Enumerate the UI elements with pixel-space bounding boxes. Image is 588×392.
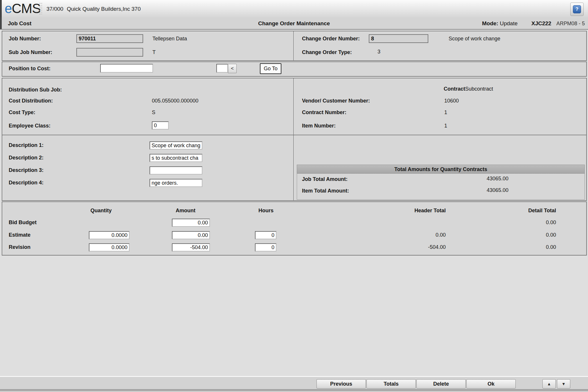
ecms-logo: eCMS	[5, 1, 41, 16]
descriptions-totals-panel: Description 1: Description 2: Descriptio…	[2, 135, 587, 201]
footer-button-bar: Previous Totals Delete Ok ▲ ▼	[0, 377, 588, 389]
revision-header-total: -504.00	[388, 244, 446, 250]
vendor-customer-value: 10600	[444, 98, 459, 104]
cost-distribution-value: 005.055000.000000	[152, 98, 198, 104]
sub-job-description: T	[152, 49, 156, 55]
mode-value: Update	[500, 20, 517, 26]
sub-job-number-label: Sub Job Number:	[9, 49, 52, 55]
logo-divider-dots	[39, 3, 40, 15]
vendor-customer-label: Vendor/ Customer Number:	[302, 98, 370, 104]
mid-divider-lower	[293, 135, 294, 200]
job-total-amount-label: Job Total Amount:	[302, 176, 348, 182]
window-bottom-strip	[0, 391, 588, 392]
distribution-sub-job-label: Distribution Sub Job:	[9, 87, 62, 93]
column-header-amount: Amount	[167, 208, 204, 214]
description4-label: Description 4:	[9, 180, 44, 186]
revision-detail-total: 0.00	[498, 244, 556, 250]
job-header-panel: Job Number: Tellepsen Data Sub Job Numbe…	[2, 31, 587, 61]
delete-button[interactable]: Delete	[416, 379, 466, 389]
mode-label: Mode:	[482, 20, 498, 26]
description4-input[interactable]	[150, 179, 202, 187]
change-order-type-value: 3	[377, 49, 380, 55]
position-to-cost-label: Position to Cost:	[9, 66, 51, 72]
employee-class-label: Employee Class:	[9, 123, 51, 129]
cost-distribution-label: Cost Distribution:	[9, 98, 53, 104]
employee-class-input[interactable]	[152, 121, 169, 130]
mid-divider-upper	[293, 78, 294, 135]
goto-button[interactable]: Go To	[260, 63, 281, 74]
column-header-header-total: Header Total	[388, 208, 446, 214]
environment-code: 37/000	[46, 6, 63, 12]
cost-type-label: Cost Type:	[9, 109, 35, 116]
contract-number-label: Contract Number:	[302, 109, 346, 116]
row-label-bid-budget: Bid Budget	[9, 220, 37, 226]
contract-header-rest: Subcontract	[465, 86, 493, 92]
change-order-description: Scope of work change	[449, 36, 500, 42]
revision-quantity-input[interactable]	[89, 243, 130, 251]
distribution-contract-panel: Distribution Sub Job: Cost Distribution:…	[2, 78, 587, 135]
column-header-hours: Hours	[251, 208, 280, 214]
ecms-logo-cms: CMS	[12, 1, 41, 16]
estimate-header-total: 0.00	[388, 232, 446, 238]
revision-amount-input[interactable]	[172, 243, 210, 251]
item-total-amount-label: Item Total Amount:	[302, 188, 349, 194]
scroll-up-button[interactable]: ▲	[542, 379, 556, 389]
job-total-amount-value: 43065.00	[450, 176, 508, 182]
screen-code: ARPM08 - 5	[555, 21, 585, 27]
cost-type-value: S	[152, 109, 155, 116]
down-arrow-icon: ▼	[562, 382, 566, 386]
lookup-button[interactable]: <	[228, 64, 237, 73]
window-left-edge	[0, 0, 2, 17]
change-order-number-label: Change Order Number:	[302, 36, 360, 42]
description3-input[interactable]	[150, 166, 202, 175]
contract-subcontract-header: ContractSubcontract	[444, 86, 493, 92]
amounts-table-panel: Quantity Amount Hours Header Total Detai…	[2, 202, 587, 256]
mode-indicator: Mode: Update	[482, 20, 518, 27]
column-header-detail-total: Detail Total	[498, 208, 556, 214]
contract-header-bold: Contract	[444, 86, 465, 92]
ecms-logo-e: e	[5, 1, 12, 16]
previous-button[interactable]: Previous	[317, 379, 366, 389]
estimate-quantity-input[interactable]	[89, 231, 130, 239]
revision-hours-input[interactable]	[255, 243, 276, 251]
up-arrow-icon: ▲	[547, 382, 551, 386]
ok-button[interactable]: Ok	[466, 379, 516, 389]
job-description: Tellepsen Data	[152, 36, 187, 42]
estimate-hours-input[interactable]	[255, 231, 276, 239]
title-bar: Job Cost Change Order Maintenance Mode: …	[0, 17, 588, 30]
item-number-label: Item Number:	[302, 123, 336, 129]
scroll-down-button[interactable]: ▼	[557, 379, 570, 389]
description2-label: Description 2:	[9, 155, 44, 161]
company-name: Quick Quality Builders,Inc 370	[67, 6, 141, 12]
help-icon: ?	[573, 5, 581, 13]
change-order-type-label: Change Order Type:	[302, 49, 352, 55]
item-total-amount-value: 43065.00	[450, 187, 508, 193]
sub-job-number-field[interactable]	[76, 48, 143, 57]
bid-budget-amount-input[interactable]	[172, 219, 210, 227]
totals-button[interactable]: Totals	[366, 379, 416, 389]
position-code-input[interactable]	[216, 64, 228, 73]
bid-budget-detail-total: 0.00	[498, 220, 556, 226]
help-button[interactable]: ?	[570, 3, 584, 16]
description3-label: Description 3:	[9, 167, 44, 173]
row-label-estimate: Estimate	[9, 232, 30, 238]
quantity-totals-header: Total Amounts for Quantity Contracts	[297, 165, 585, 174]
description1-label: Description 1:	[9, 142, 44, 148]
app-header: eCMS 37/000 Quick Quality Builders,Inc 3…	[0, 0, 588, 18]
program-code: XJC222	[531, 20, 551, 27]
job-header-divider	[293, 31, 294, 60]
change-order-number-field[interactable]	[369, 34, 428, 43]
ecms-window: eCMS 37/000 Quick Quality Builders,Inc 3…	[0, 0, 588, 392]
estimate-detail-total: 0.00	[498, 232, 556, 238]
position-to-cost-input[interactable]	[100, 64, 153, 73]
job-number-label: Job Number:	[9, 36, 41, 42]
row-label-revision: Revision	[9, 244, 30, 250]
lookup-chevron-icon: <	[231, 66, 234, 71]
item-number-value: 1	[444, 123, 447, 129]
description2-input[interactable]	[150, 154, 202, 162]
description1-input[interactable]	[150, 141, 202, 150]
column-header-quantity: Quantity	[81, 208, 121, 214]
estimate-amount-input[interactable]	[172, 231, 210, 239]
job-number-field[interactable]	[76, 34, 143, 43]
contract-number-value: 1	[444, 109, 447, 116]
